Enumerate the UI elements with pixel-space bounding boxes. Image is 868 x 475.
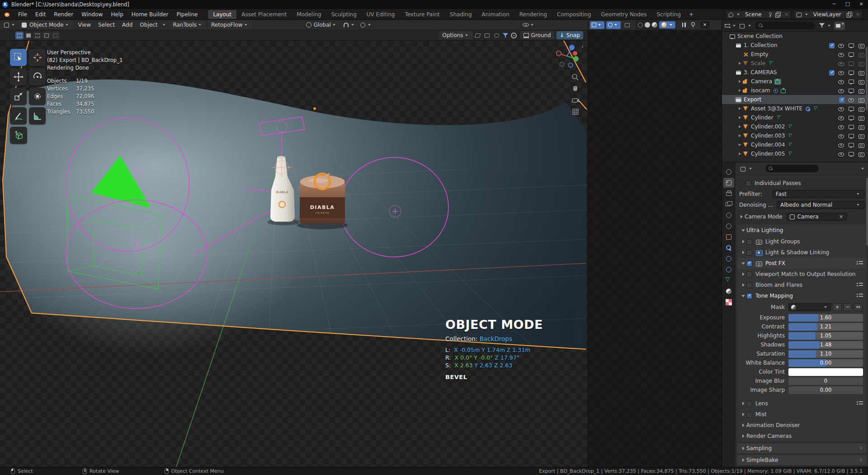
workspace-tab[interactable]: Rendering	[514, 10, 552, 19]
visibility-toggle-icon[interactable]	[858, 60, 864, 66]
visibility-toggle-icon[interactable]	[848, 105, 854, 112]
maximize-button[interactable]: □	[841, 0, 854, 9]
properties-tab[interactable]	[723, 254, 734, 264]
outliner-row[interactable]: Scene Collection	[722, 32, 868, 41]
properties-tab[interactable]	[723, 200, 734, 209]
tone-mapping-checkbox[interactable]	[746, 293, 752, 299]
object-name[interactable]: Camera	[751, 78, 772, 85]
properties-tab[interactable]	[723, 265, 734, 275]
mask-swap-button[interactable]: ↔	[854, 303, 863, 311]
post-fx-checkbox[interactable]	[746, 261, 752, 266]
expander-icon[interactable]	[730, 43, 735, 48]
scene-selector[interactable]: Scene ×	[726, 10, 791, 19]
transform-tool[interactable]	[29, 88, 46, 105]
rantools-menu[interactable]: RanTools	[170, 21, 206, 29]
visibility-toggle-icon[interactable]	[848, 133, 854, 139]
expander-icon[interactable]	[724, 33, 729, 39]
visibility-toggle-icon[interactable]	[838, 142, 844, 148]
chevron-right-icon[interactable]	[739, 214, 745, 219]
outliner-row[interactable]: Empty	[722, 50, 868, 59]
visibility-toggle-icon[interactable]	[858, 133, 864, 139]
properties-tab[interactable]	[723, 178, 734, 188]
viewport-menu[interactable]: Add	[118, 22, 136, 28]
material-shading-icon[interactable]	[652, 22, 657, 28]
render-cameras-row[interactable]: Render Cameras	[737, 431, 867, 442]
properties-tab[interactable]	[723, 243, 734, 253]
visibility-toggle-icon[interactable]	[848, 69, 854, 76]
outliner-scrollbar[interactable]	[866, 47, 868, 110]
slider[interactable]: 0.00	[788, 386, 863, 394]
viewport-menu[interactable]: Select	[94, 22, 118, 28]
expander-icon[interactable]	[737, 151, 742, 157]
outliner-row[interactable]: Camera	[722, 77, 868, 86]
visibility-toggle-icon[interactable]	[838, 60, 844, 66]
visibility-toggle-icon[interactable]	[858, 87, 864, 94]
properties-tab[interactable]	[723, 276, 734, 285]
visibility-toggle-icon[interactable]	[848, 151, 854, 157]
visibility-toggle-icon[interactable]	[848, 42, 854, 48]
outliner-row[interactable]: Cylinder	[722, 113, 868, 122]
mirror-x-icon[interactable]	[474, 32, 481, 39]
screencast-icon[interactable]	[689, 21, 697, 28]
visibility-toggle-icon[interactable]	[838, 151, 844, 157]
tool-settings-caret[interactable]	[163, 24, 165, 26]
object-name[interactable]: 3. CAMERAS	[744, 69, 777, 76]
annotate-tool[interactable]	[10, 107, 27, 124]
mask-remove-button[interactable]: −	[843, 303, 852, 311]
workspace-tab[interactable]: Shading	[445, 10, 477, 19]
prefilter-select[interactable]: Fast	[772, 190, 865, 198]
preset-menu-icon[interactable]	[857, 261, 863, 266]
object-name[interactable]: Scene Collection	[737, 33, 783, 39]
snap-base-icon[interactable]	[493, 32, 500, 39]
expander-icon[interactable]	[737, 61, 742, 66]
select-mode-toggle[interactable]	[15, 32, 24, 39]
object-name[interactable]: Export	[744, 96, 761, 103]
expander-icon[interactable]	[737, 52, 742, 57]
visibility-toggle-icon[interactable]	[848, 96, 854, 103]
visibility-toggle-icon[interactable]	[858, 114, 864, 121]
light-groups-checkbox[interactable]	[746, 239, 752, 245]
expander-icon[interactable]	[737, 106, 742, 111]
outliner-row[interactable]: 1. Collection	[722, 41, 868, 50]
properties-tab[interactable]	[723, 286, 734, 296]
data-icon[interactable]	[773, 88, 779, 94]
data-icon[interactable]	[774, 79, 781, 85]
bloom-checkbox[interactable]	[746, 282, 752, 288]
object-name[interactable]: Cylinder.002	[751, 124, 785, 130]
tone-mapping-row[interactable]: Tone Mapping	[737, 290, 867, 301]
slider[interactable]: 1.60	[788, 314, 863, 322]
wireframe-shading-icon[interactable]	[638, 23, 643, 28]
expander-icon[interactable]	[730, 97, 735, 102]
rendered-shading-active[interactable]	[659, 21, 675, 28]
outliner-row[interactable]: Cylinder.004	[722, 140, 868, 149]
simplebake-panel[interactable]: SimpleBake⠿	[737, 455, 867, 465]
expander-icon[interactable]	[737, 88, 742, 93]
lens-row[interactable]: Lens	[737, 398, 867, 409]
overlays-toggle[interactable]	[606, 21, 621, 29]
orientation-dropdown[interactable]: Global	[314, 22, 331, 28]
add-cube-tool[interactable]	[10, 127, 27, 144]
outliner-search[interactable]	[755, 22, 815, 29]
minimize-button[interactable]: ─	[827, 0, 841, 9]
outliner-row[interactable]: Scale	[722, 59, 868, 68]
slider[interactable]: 0	[788, 377, 863, 385]
object-name[interactable]: Asset 3@3x WHITE	[751, 105, 802, 112]
light-shadow-checkbox[interactable]	[746, 250, 752, 256]
preset-menu-icon[interactable]	[857, 401, 863, 406]
object-name[interactable]: Empty	[751, 51, 769, 57]
menu-item[interactable]: Pipeline	[172, 10, 202, 19]
visibility-toggle-icon[interactable]	[848, 87, 854, 94]
expander-icon[interactable]	[737, 133, 742, 138]
visibility-toggle-icon[interactable]	[848, 142, 854, 148]
visibility-toggle-icon[interactable]	[858, 42, 864, 48]
menu-item[interactable]: Edit	[31, 10, 50, 19]
proportional-edit-icon[interactable]	[360, 23, 365, 28]
visibility-dropdown-icon[interactable]	[523, 23, 529, 27]
viewport-3d[interactable]: DIABLA CALENSIA DIABLA	[0, 41, 588, 467]
new-viewlayer-icon[interactable]	[847, 12, 852, 17]
properties-tab[interactable]	[723, 232, 734, 242]
expander-icon[interactable]	[737, 79, 742, 84]
camera-view-icon[interactable]	[571, 96, 580, 104]
outliner-row[interactable]: Cylinder.005	[722, 149, 868, 158]
workspace-tab[interactable]: Sculpting	[326, 10, 362, 19]
